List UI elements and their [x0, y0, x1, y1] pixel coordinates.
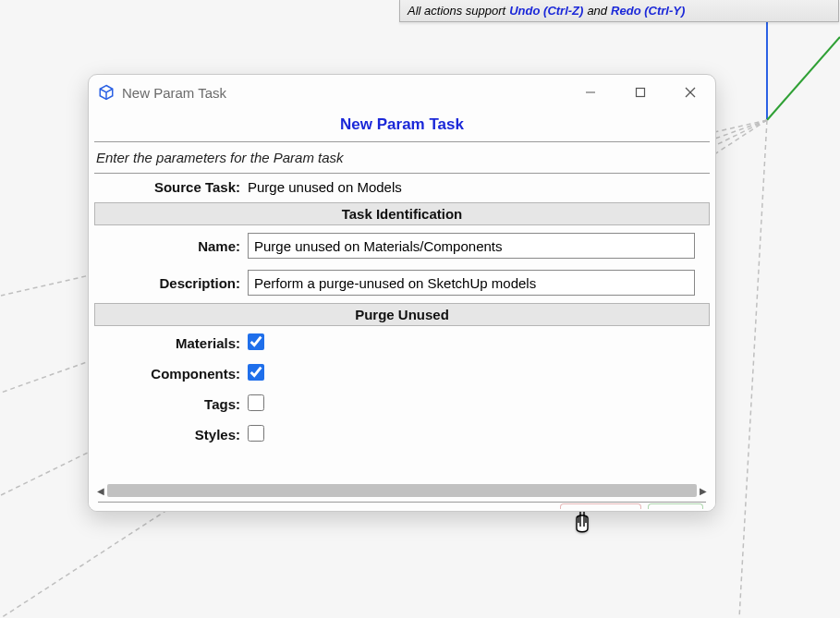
window-title: New Param Task [122, 85, 562, 101]
sketchup-icon [98, 84, 115, 101]
name-input[interactable] [248, 233, 695, 259]
styles-label: Styles: [96, 427, 248, 442]
name-label: Name: [96, 238, 248, 254]
window-maximize-button[interactable] [619, 78, 662, 107]
svg-line-1 [767, 37, 840, 120]
row-tags: Tags: [94, 389, 710, 419]
tags-checkbox[interactable] [248, 394, 264, 411]
description-label: Description: [96, 275, 248, 291]
dialog-body: New Param Task Enter the parameters for … [89, 110, 715, 511]
svg-line-3 [739, 120, 767, 618]
undo-shortcut: Undo (Ctrl-Z) [509, 4, 583, 18]
horizontal-scrollbar[interactable]: ◀ ▶ [94, 483, 710, 498]
components-label: Components: [96, 366, 248, 382]
tags-label: Tags: [96, 396, 248, 412]
window-close-button[interactable] [669, 78, 712, 107]
redo-shortcut: Redo (Ctrl-Y) [611, 4, 685, 18]
row-styles: Styles: [94, 419, 710, 450]
description-input[interactable] [248, 270, 695, 296]
cancel-button[interactable] [560, 503, 641, 509]
dialog-new-param-task: New Param Task New Param Task Enter the … [88, 74, 716, 512]
hint-prefix: All actions support [408, 4, 505, 18]
materials-label: Materials: [96, 335, 248, 351]
source-task-label: Source Task: [96, 179, 248, 195]
dialog-heading: New Param Task [94, 112, 710, 142]
row-name: Name: [94, 227, 710, 264]
svg-rect-8 [637, 89, 645, 97]
ok-button[interactable] [648, 503, 703, 509]
window-minimize-button[interactable] [569, 78, 612, 107]
styles-checkbox[interactable] [248, 425, 264, 442]
row-materials: Materials: [94, 328, 710, 358]
dialog-subheading: Enter the parameters for the Param task [94, 142, 710, 174]
scroll-right-icon[interactable]: ▶ [697, 486, 710, 496]
row-source-task: Source Task: Purge unused on Models [94, 174, 710, 200]
section-identification: Task Identification [94, 202, 710, 225]
window-titlebar[interactable]: New Param Task [89, 75, 715, 110]
row-description: Description: [94, 264, 710, 301]
source-task-value: Purge unused on Models [248, 179, 708, 195]
hint-bar: All actions support Undo (Ctrl-Z) and Re… [399, 0, 839, 22]
row-components: Components: [94, 358, 710, 389]
components-checkbox[interactable] [248, 364, 264, 381]
section-purge: Purge Unused [94, 303, 710, 326]
materials-checkbox[interactable] [248, 333, 264, 350]
scroll-track[interactable] [107, 484, 697, 497]
scroll-left-icon[interactable]: ◀ [94, 486, 107, 496]
hint-mid: and [587, 4, 607, 18]
